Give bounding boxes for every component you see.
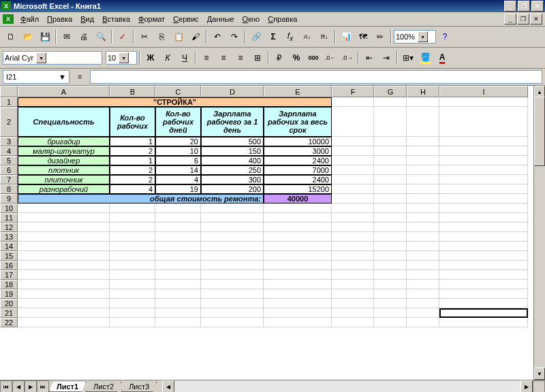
cell-C15[interactable] xyxy=(155,251,201,261)
cell-label-2[interactable]: дизайнер xyxy=(18,156,110,165)
cell-E11[interactable] xyxy=(264,213,332,223)
cell-A11[interactable] xyxy=(18,213,110,223)
cell-H5[interactable] xyxy=(407,156,439,165)
cell-E21[interactable] xyxy=(264,308,332,318)
menu-Правка[interactable]: Правка xyxy=(43,14,76,24)
underline-button[interactable]: Ч xyxy=(176,50,193,66)
cell-G10[interactable] xyxy=(374,203,407,213)
cell-E22[interactable] xyxy=(264,318,332,327)
cell-G5[interactable] xyxy=(374,156,407,165)
cell-D16[interactable] xyxy=(201,261,264,270)
cell-G8[interactable] xyxy=(374,184,407,194)
cell-I6[interactable] xyxy=(439,165,528,175)
cell-A19[interactable] xyxy=(18,289,110,299)
cell-val-4-3[interactable]: 2400 xyxy=(264,175,332,184)
align-right-button[interactable]: ≡ xyxy=(232,50,249,66)
cell-G20[interactable] xyxy=(374,299,407,308)
cell-A16[interactable] xyxy=(18,261,110,270)
cell-H9[interactable] xyxy=(407,194,439,203)
cell-E13[interactable] xyxy=(264,232,332,242)
row-header-15[interactable]: 15 xyxy=(0,251,18,261)
row-header-8[interactable]: 8 xyxy=(0,184,18,194)
cell-I16[interactable] xyxy=(439,261,528,270)
copy-button[interactable]: ⎘ xyxy=(153,29,170,45)
fill-color-button[interactable]: 🪣 xyxy=(417,50,433,66)
row-header-16[interactable]: 16 xyxy=(0,261,18,270)
row-header-11[interactable]: 11 xyxy=(0,213,18,223)
cell-D21[interactable] xyxy=(201,308,264,318)
cell-B22[interactable] xyxy=(110,318,155,327)
cell-C13[interactable] xyxy=(155,232,201,242)
row-header-1[interactable]: 1 xyxy=(0,97,18,107)
cell-G15[interactable] xyxy=(374,251,407,261)
row-header-2[interactable]: 2 xyxy=(0,107,18,137)
row-header-22[interactable]: 22 xyxy=(0,318,18,327)
cell-B10[interactable] xyxy=(110,203,155,213)
cell-label-0[interactable]: бригадир xyxy=(18,137,110,146)
cell-header-4[interactable]: Зарплата рабочих за весь срок xyxy=(264,107,332,137)
maximize-button[interactable]: ❐ xyxy=(518,1,530,12)
cell-C21[interactable] xyxy=(155,308,201,318)
cell-val-1-3[interactable]: 3000 xyxy=(264,146,332,156)
mail-button[interactable]: ✉ xyxy=(59,29,75,45)
col-header-D[interactable]: D xyxy=(201,86,264,97)
cell-G4[interactable] xyxy=(374,146,407,156)
cell-F10[interactable] xyxy=(332,203,374,213)
scroll-down-button[interactable]: ▼ xyxy=(534,368,545,380)
cell-label-5[interactable]: разнорабочий xyxy=(18,184,110,194)
cell-I9[interactable] xyxy=(439,194,528,203)
menu-Вид[interactable]: Вид xyxy=(76,14,98,24)
row-header-7[interactable]: 7 xyxy=(0,175,18,184)
cell-A12[interactable] xyxy=(18,223,110,232)
cell-H16[interactable] xyxy=(407,261,439,270)
col-header-I[interactable]: I xyxy=(439,86,528,97)
row-header-4[interactable]: 4 xyxy=(0,146,18,156)
cell-C14[interactable] xyxy=(155,242,201,251)
cell-E12[interactable] xyxy=(264,223,332,232)
cell-I15[interactable] xyxy=(439,251,528,261)
cell-G2[interactable] xyxy=(374,107,407,137)
sort-desc-button[interactable]: Я↓ xyxy=(316,29,332,45)
cell-H19[interactable] xyxy=(407,289,439,299)
drawing-button[interactable]: ✏ xyxy=(372,29,388,45)
cell-title[interactable]: "СТРОЙКА" xyxy=(18,97,332,107)
cell-D11[interactable] xyxy=(201,213,264,223)
cell-A17[interactable] xyxy=(18,270,110,280)
tab-last-button[interactable]: ⏭ xyxy=(37,380,49,392)
cell-H11[interactable] xyxy=(407,213,439,223)
cell-val-1-0[interactable]: 2 xyxy=(110,146,155,156)
cell-val-3-3[interactable]: 7000 xyxy=(264,165,332,175)
scroll-left-button[interactable]: ◀ xyxy=(162,380,174,392)
cell-val-2-0[interactable]: 1 xyxy=(110,156,155,165)
col-header-F[interactable]: F xyxy=(332,86,374,97)
font-name-combo[interactable]: Arial Cyr▼ xyxy=(3,51,102,65)
menu-Сервис[interactable]: Сервис xyxy=(169,14,203,24)
cell-B21[interactable] xyxy=(110,308,155,318)
row-header-20[interactable]: 20 xyxy=(0,299,18,308)
decrease-indent-button[interactable]: ⇤ xyxy=(361,50,377,66)
cell-val-4-2[interactable]: 300 xyxy=(201,175,264,184)
sheet-tab-Лист1[interactable]: Лист1 xyxy=(49,382,86,392)
increase-decimal-button[interactable]: .0← xyxy=(322,50,339,66)
cell-E18[interactable] xyxy=(264,280,332,289)
open-button[interactable]: 📂 xyxy=(20,29,36,45)
cell-H1[interactable] xyxy=(407,97,439,107)
align-left-button[interactable]: ≡ xyxy=(198,50,215,66)
tab-next-button[interactable]: ▶ xyxy=(25,380,37,392)
select-all-corner[interactable] xyxy=(0,86,18,97)
cell-G9[interactable] xyxy=(374,194,407,203)
cell-header-1[interactable]: Кол-во рабочих xyxy=(110,107,155,137)
col-header-H[interactable]: H xyxy=(407,86,439,97)
redo-button[interactable]: ↷ xyxy=(226,29,243,45)
menu-Файл[interactable]: Файл xyxy=(16,14,43,24)
undo-button[interactable]: ↶ xyxy=(209,29,225,45)
cell-F13[interactable] xyxy=(332,232,374,242)
cell-H3[interactable] xyxy=(407,137,439,146)
cell-F3[interactable] xyxy=(332,137,374,146)
cell-I20[interactable] xyxy=(439,299,528,308)
cell-I4[interactable] xyxy=(439,146,528,156)
cell-G14[interactable] xyxy=(374,242,407,251)
row-header-5[interactable]: 5 xyxy=(0,156,18,165)
row-header-12[interactable]: 12 xyxy=(0,223,18,232)
cell-E19[interactable] xyxy=(264,289,332,299)
